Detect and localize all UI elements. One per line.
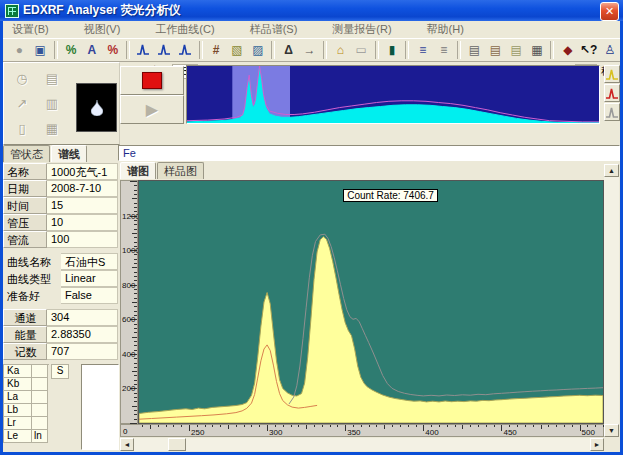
lines-value-panel[interactable] xyxy=(81,364,119,450)
x-tick xyxy=(314,425,315,427)
context-help-icon[interactable]: ↖? xyxy=(578,40,599,60)
property-row: 通道304 xyxy=(3,309,118,326)
zoom-chart-icon[interactable]: ▨ xyxy=(247,40,268,60)
property-value: 100 xyxy=(47,231,118,248)
line-row[interactable]: Kb xyxy=(4,378,49,391)
menu-item-0[interactable]: 设置(B) xyxy=(12,22,49,37)
menu-item-1[interactable]: 视图(V) xyxy=(84,22,121,37)
grid-icon[interactable]: # xyxy=(206,40,227,60)
x-tick xyxy=(572,425,573,427)
export-icon[interactable]: ↗ xyxy=(10,92,34,114)
scale-yellow-button[interactable] xyxy=(604,65,620,83)
new-spectrum-icon[interactable] xyxy=(133,40,154,60)
percent-measure-icon[interactable]: % xyxy=(102,40,123,60)
scroll-down-button[interactable]: ▼ xyxy=(604,424,619,437)
line-row[interactable]: Ka xyxy=(4,365,49,378)
line-row[interactable]: Lb xyxy=(4,404,49,417)
scroll-thumb[interactable] xyxy=(168,438,186,451)
x-tick-label: 250 xyxy=(191,428,204,437)
main-panel: 预置时间 150 秒 已用时间 15 秒 ▶ Fe 谱图样品图 20040060 xyxy=(118,62,620,452)
y-tick xyxy=(134,194,137,195)
x-tick xyxy=(173,425,174,427)
y-tick xyxy=(134,229,137,230)
y-tick xyxy=(134,280,137,281)
spectrum-display-icon[interactable]: ▣ xyxy=(30,40,51,60)
delta-icon[interactable]: Δ xyxy=(278,40,299,60)
y-tick xyxy=(134,332,137,333)
spectrum-plot[interactable]: Count Rate: 7406.7 xyxy=(138,180,604,424)
x-tick xyxy=(189,425,190,431)
y-tick xyxy=(134,401,137,402)
line-extra-cell: ln xyxy=(32,430,48,443)
list-detail-icon[interactable]: ≡ xyxy=(433,40,454,60)
tab-样品图[interactable]: 样品图 xyxy=(157,162,204,179)
scale-gray-button[interactable] xyxy=(604,103,620,121)
x-tick xyxy=(392,425,393,427)
horizontal-scrollbar[interactable]: ◄ ► xyxy=(120,438,604,451)
toolbar-separator xyxy=(271,41,275,59)
document-icon[interactable]: ▯ xyxy=(10,117,34,139)
menu-item-5[interactable]: 帮助(H) xyxy=(427,22,464,37)
x-tick xyxy=(431,425,432,427)
scroll-left-button[interactable]: ◄ xyxy=(120,438,134,451)
y-tick xyxy=(132,302,137,303)
tab-管状态[interactable]: 管状态 xyxy=(3,145,50,162)
connect-icon[interactable]: ● xyxy=(9,40,30,60)
scale-red-button[interactable] xyxy=(604,84,620,102)
disabled-tool-icon-2[interactable]: ▥ xyxy=(40,92,64,114)
menu-item-3[interactable]: 样品谱(S) xyxy=(250,22,298,37)
about-person-icon[interactable]: ♙ xyxy=(599,40,620,60)
x-tick xyxy=(455,425,456,427)
calculator-icon[interactable]: ▦ xyxy=(527,40,548,60)
spectrum-preview[interactable] xyxy=(186,65,600,124)
scroll-right-button[interactable]: ► xyxy=(590,438,604,451)
menu-item-4[interactable]: 测量报告(R) xyxy=(332,22,391,37)
print-icon[interactable]: ▤ xyxy=(464,40,485,60)
x-tick xyxy=(376,425,377,427)
line-row[interactable]: Leln xyxy=(4,430,49,443)
region-select-icon[interactable]: ▧ xyxy=(227,40,248,60)
y-tick xyxy=(134,367,137,368)
close-button[interactable]: ✕ xyxy=(600,2,619,21)
vertical-scrollbar[interactable]: ▲ ▼ xyxy=(604,164,619,437)
property-row: 准备好False xyxy=(3,287,118,304)
line-row[interactable]: Lr xyxy=(4,417,49,430)
property-row: 管压10 xyxy=(3,214,118,231)
copy-pages-icon[interactable]: ▭ xyxy=(351,40,372,60)
disabled-tool-icon-1[interactable]: ▤ xyxy=(40,67,64,89)
print-setup-icon[interactable]: ▤ xyxy=(506,40,527,60)
clock-icon[interactable]: ◷ xyxy=(10,67,34,89)
x-tick xyxy=(267,425,268,431)
home-icon[interactable]: ⌂ xyxy=(330,40,351,60)
property-value: 2008-7-10 xyxy=(47,180,118,197)
x-tick xyxy=(166,425,167,427)
save-spectrum-icon[interactable] xyxy=(175,40,196,60)
percent-calibration-icon[interactable]: % xyxy=(61,40,82,60)
print-preview-icon[interactable]: ▤ xyxy=(485,40,506,60)
tab-谱图[interactable]: 谱图 xyxy=(120,162,156,179)
help-book-icon[interactable]: ◆ xyxy=(557,40,578,60)
y-tick xyxy=(134,375,137,376)
scroll-up-button[interactable]: ▲ xyxy=(604,164,619,177)
list-icon[interactable]: ≡ xyxy=(412,40,433,60)
property-label: 记数 xyxy=(3,343,47,360)
line-row[interactable]: La xyxy=(4,391,49,404)
start-button[interactable]: ▶ xyxy=(120,95,184,124)
property-value: 10 xyxy=(47,214,118,231)
emission-lines-table: KaKbLaLbLrLeln xyxy=(3,364,49,443)
shift-right-icon[interactable]: → xyxy=(299,40,320,60)
disabled-tool-icon-3[interactable]: ▦ xyxy=(40,117,64,139)
x-tick xyxy=(400,425,401,427)
sample-image-box xyxy=(76,83,117,132)
slope-icon[interactable]: A xyxy=(82,40,103,60)
y-tick-label: 200 xyxy=(122,384,135,393)
stop-button[interactable] xyxy=(120,66,184,95)
delete-spectrum-icon[interactable] xyxy=(154,40,175,60)
property-value: 707 xyxy=(47,343,118,360)
menu-item-2[interactable]: 工作曲线(C) xyxy=(155,22,214,37)
tab-谱线[interactable]: 谱线 xyxy=(51,145,87,162)
monitor-icon[interactable]: ▮ xyxy=(382,40,403,60)
element-input[interactable]: Fe xyxy=(118,145,620,161)
x-tick xyxy=(478,425,479,427)
x-tick xyxy=(306,425,307,429)
